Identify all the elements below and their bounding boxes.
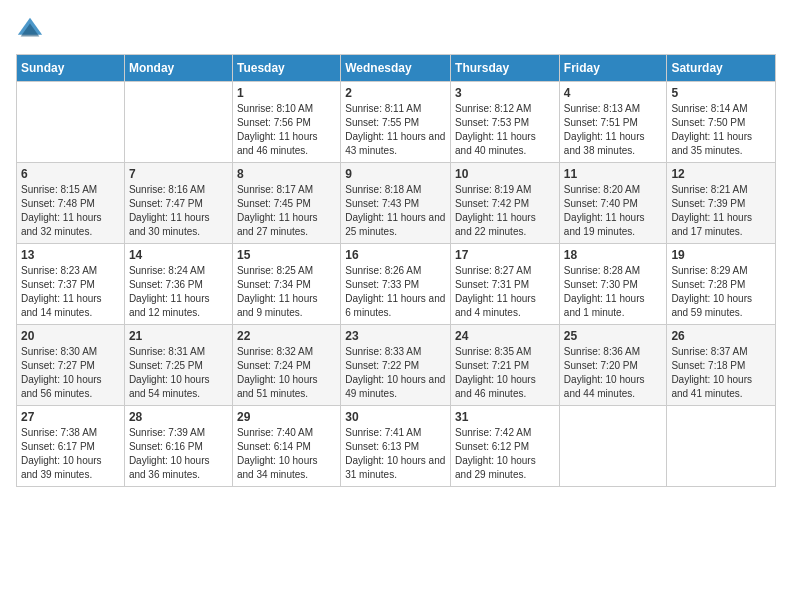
- week-row-4: 20Sunrise: 8:30 AM Sunset: 7:27 PM Dayli…: [17, 325, 776, 406]
- calendar-cell: 28Sunrise: 7:39 AM Sunset: 6:16 PM Dayli…: [124, 406, 232, 487]
- day-number: 3: [455, 86, 555, 100]
- weekday-header-tuesday: Tuesday: [232, 55, 340, 82]
- calendar-cell: 3Sunrise: 8:12 AM Sunset: 7:53 PM Daylig…: [451, 82, 560, 163]
- day-number: 19: [671, 248, 771, 262]
- day-number: 14: [129, 248, 228, 262]
- day-number: 7: [129, 167, 228, 181]
- calendar-cell: 10Sunrise: 8:19 AM Sunset: 7:42 PM Dayli…: [451, 163, 560, 244]
- day-number: 21: [129, 329, 228, 343]
- day-number: 27: [21, 410, 120, 424]
- calendar-header: SundayMondayTuesdayWednesdayThursdayFrid…: [17, 55, 776, 82]
- day-info: Sunrise: 8:37 AM Sunset: 7:18 PM Dayligh…: [671, 345, 771, 401]
- day-number: 9: [345, 167, 446, 181]
- calendar-cell: 23Sunrise: 8:33 AM Sunset: 7:22 PM Dayli…: [341, 325, 451, 406]
- day-info: Sunrise: 8:23 AM Sunset: 7:37 PM Dayligh…: [21, 264, 120, 320]
- week-row-3: 13Sunrise: 8:23 AM Sunset: 7:37 PM Dayli…: [17, 244, 776, 325]
- day-info: Sunrise: 8:24 AM Sunset: 7:36 PM Dayligh…: [129, 264, 228, 320]
- calendar-cell: [667, 406, 776, 487]
- calendar-cell: 26Sunrise: 8:37 AM Sunset: 7:18 PM Dayli…: [667, 325, 776, 406]
- day-info: Sunrise: 8:29 AM Sunset: 7:28 PM Dayligh…: [671, 264, 771, 320]
- calendar-cell: 6Sunrise: 8:15 AM Sunset: 7:48 PM Daylig…: [17, 163, 125, 244]
- day-number: 18: [564, 248, 663, 262]
- calendar-cell: 24Sunrise: 8:35 AM Sunset: 7:21 PM Dayli…: [451, 325, 560, 406]
- day-info: Sunrise: 8:17 AM Sunset: 7:45 PM Dayligh…: [237, 183, 336, 239]
- day-info: Sunrise: 8:26 AM Sunset: 7:33 PM Dayligh…: [345, 264, 446, 320]
- day-info: Sunrise: 8:21 AM Sunset: 7:39 PM Dayligh…: [671, 183, 771, 239]
- day-number: 29: [237, 410, 336, 424]
- calendar-cell: 9Sunrise: 8:18 AM Sunset: 7:43 PM Daylig…: [341, 163, 451, 244]
- day-info: Sunrise: 8:35 AM Sunset: 7:21 PM Dayligh…: [455, 345, 555, 401]
- calendar-table: SundayMondayTuesdayWednesdayThursdayFrid…: [16, 54, 776, 487]
- calendar-cell: 25Sunrise: 8:36 AM Sunset: 7:20 PM Dayli…: [559, 325, 667, 406]
- day-number: 13: [21, 248, 120, 262]
- calendar-cell: 1Sunrise: 8:10 AM Sunset: 7:56 PM Daylig…: [232, 82, 340, 163]
- calendar-cell: 19Sunrise: 8:29 AM Sunset: 7:28 PM Dayli…: [667, 244, 776, 325]
- day-info: Sunrise: 8:14 AM Sunset: 7:50 PM Dayligh…: [671, 102, 771, 158]
- calendar-cell: 7Sunrise: 8:16 AM Sunset: 7:47 PM Daylig…: [124, 163, 232, 244]
- calendar-cell: 30Sunrise: 7:41 AM Sunset: 6:13 PM Dayli…: [341, 406, 451, 487]
- weekday-row: SundayMondayTuesdayWednesdayThursdayFrid…: [17, 55, 776, 82]
- day-number: 1: [237, 86, 336, 100]
- calendar-cell: 8Sunrise: 8:17 AM Sunset: 7:45 PM Daylig…: [232, 163, 340, 244]
- day-number: 26: [671, 329, 771, 343]
- day-number: 31: [455, 410, 555, 424]
- day-info: Sunrise: 8:27 AM Sunset: 7:31 PM Dayligh…: [455, 264, 555, 320]
- calendar-cell: 29Sunrise: 7:40 AM Sunset: 6:14 PM Dayli…: [232, 406, 340, 487]
- day-number: 24: [455, 329, 555, 343]
- calendar-body: 1Sunrise: 8:10 AM Sunset: 7:56 PM Daylig…: [17, 82, 776, 487]
- day-info: Sunrise: 8:12 AM Sunset: 7:53 PM Dayligh…: [455, 102, 555, 158]
- day-info: Sunrise: 8:18 AM Sunset: 7:43 PM Dayligh…: [345, 183, 446, 239]
- day-number: 15: [237, 248, 336, 262]
- weekday-header-friday: Friday: [559, 55, 667, 82]
- calendar-cell: 17Sunrise: 8:27 AM Sunset: 7:31 PM Dayli…: [451, 244, 560, 325]
- calendar-cell: 31Sunrise: 7:42 AM Sunset: 6:12 PM Dayli…: [451, 406, 560, 487]
- day-number: 17: [455, 248, 555, 262]
- calendar-cell: 21Sunrise: 8:31 AM Sunset: 7:25 PM Dayli…: [124, 325, 232, 406]
- day-info: Sunrise: 8:30 AM Sunset: 7:27 PM Dayligh…: [21, 345, 120, 401]
- day-number: 22: [237, 329, 336, 343]
- day-number: 4: [564, 86, 663, 100]
- day-number: 20: [21, 329, 120, 343]
- logo: [16, 16, 48, 44]
- day-info: Sunrise: 8:15 AM Sunset: 7:48 PM Dayligh…: [21, 183, 120, 239]
- calendar-cell: 18Sunrise: 8:28 AM Sunset: 7:30 PM Dayli…: [559, 244, 667, 325]
- day-info: Sunrise: 8:32 AM Sunset: 7:24 PM Dayligh…: [237, 345, 336, 401]
- day-number: 5: [671, 86, 771, 100]
- day-info: Sunrise: 8:19 AM Sunset: 7:42 PM Dayligh…: [455, 183, 555, 239]
- day-info: Sunrise: 7:42 AM Sunset: 6:12 PM Dayligh…: [455, 426, 555, 482]
- calendar-cell: [559, 406, 667, 487]
- page-header: [16, 16, 776, 44]
- day-number: 16: [345, 248, 446, 262]
- weekday-header-wednesday: Wednesday: [341, 55, 451, 82]
- day-number: 2: [345, 86, 446, 100]
- calendar-cell: 11Sunrise: 8:20 AM Sunset: 7:40 PM Dayli…: [559, 163, 667, 244]
- week-row-1: 1Sunrise: 8:10 AM Sunset: 7:56 PM Daylig…: [17, 82, 776, 163]
- day-info: Sunrise: 7:39 AM Sunset: 6:16 PM Dayligh…: [129, 426, 228, 482]
- day-number: 23: [345, 329, 446, 343]
- calendar-cell: 27Sunrise: 7:38 AM Sunset: 6:17 PM Dayli…: [17, 406, 125, 487]
- day-number: 28: [129, 410, 228, 424]
- day-info: Sunrise: 8:28 AM Sunset: 7:30 PM Dayligh…: [564, 264, 663, 320]
- day-info: Sunrise: 8:33 AM Sunset: 7:22 PM Dayligh…: [345, 345, 446, 401]
- week-row-5: 27Sunrise: 7:38 AM Sunset: 6:17 PM Dayli…: [17, 406, 776, 487]
- day-info: Sunrise: 8:20 AM Sunset: 7:40 PM Dayligh…: [564, 183, 663, 239]
- day-info: Sunrise: 8:16 AM Sunset: 7:47 PM Dayligh…: [129, 183, 228, 239]
- calendar-cell: 13Sunrise: 8:23 AM Sunset: 7:37 PM Dayli…: [17, 244, 125, 325]
- day-info: Sunrise: 8:13 AM Sunset: 7:51 PM Dayligh…: [564, 102, 663, 158]
- week-row-2: 6Sunrise: 8:15 AM Sunset: 7:48 PM Daylig…: [17, 163, 776, 244]
- day-info: Sunrise: 7:40 AM Sunset: 6:14 PM Dayligh…: [237, 426, 336, 482]
- calendar-cell: 15Sunrise: 8:25 AM Sunset: 7:34 PM Dayli…: [232, 244, 340, 325]
- day-number: 30: [345, 410, 446, 424]
- day-number: 10: [455, 167, 555, 181]
- day-number: 25: [564, 329, 663, 343]
- day-number: 11: [564, 167, 663, 181]
- calendar-cell: 2Sunrise: 8:11 AM Sunset: 7:55 PM Daylig…: [341, 82, 451, 163]
- calendar-cell: 14Sunrise: 8:24 AM Sunset: 7:36 PM Dayli…: [124, 244, 232, 325]
- day-number: 12: [671, 167, 771, 181]
- day-info: Sunrise: 8:36 AM Sunset: 7:20 PM Dayligh…: [564, 345, 663, 401]
- calendar-cell: [17, 82, 125, 163]
- logo-icon: [16, 16, 44, 44]
- weekday-header-sunday: Sunday: [17, 55, 125, 82]
- calendar-cell: 16Sunrise: 8:26 AM Sunset: 7:33 PM Dayli…: [341, 244, 451, 325]
- day-number: 8: [237, 167, 336, 181]
